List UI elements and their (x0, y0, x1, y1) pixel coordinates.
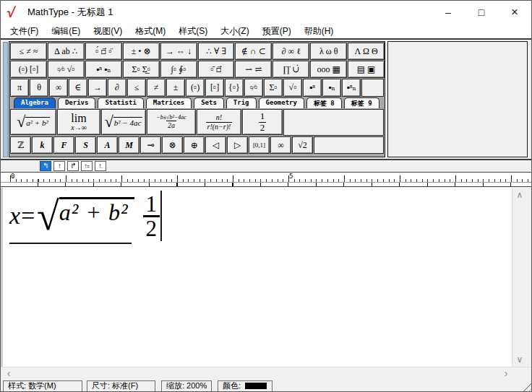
menu-format[interactable]: 格式(M) (129, 24, 172, 39)
template-one-half[interactable]: 1 2 (242, 109, 283, 135)
btn-subscript[interactable]: ▪ₙ (322, 79, 341, 97)
btn-multimap[interactable]: ⊸ (140, 136, 161, 154)
palette-embellishments[interactable]: ▫́ ▫⃗ ▫̈ (85, 43, 122, 60)
btn-parentheses[interactable]: (▫) (186, 79, 205, 97)
resize-grip[interactable] (520, 382, 531, 392)
palette-matrices[interactable]: ooo ▦ (310, 61, 347, 78)
btn-fraktur-m[interactable]: M (119, 136, 140, 154)
palette-logic[interactable]: ∴ ∀ ∃ (198, 43, 235, 60)
equation-edit-area[interactable]: x= √ a² + b² 1 2 (1, 188, 513, 367)
status-style[interactable]: 样式: 数学(M) (3, 380, 82, 392)
scroll-up-icon[interactable]: ∧ (512, 189, 527, 201)
menu-view[interactable]: 视图(V) (87, 24, 129, 39)
btn-element-of[interactable]: ∈ (69, 79, 87, 97)
btn-less-equal[interactable]: ≤ (127, 79, 146, 97)
template-combination[interactable]: n! r!(n−r)! (197, 109, 241, 135)
menu-style[interactable]: 样式(S) (172, 24, 214, 39)
palette-spacing[interactable]: ∆ ab ∴ (48, 43, 85, 60)
btn-theta[interactable]: θ (30, 79, 48, 97)
template-sqrt-b2-4ac[interactable]: √b² − 4ac (101, 109, 146, 135)
palette-relational[interactable]: ≤ ≠ ≈ (10, 43, 47, 60)
palette-labeled-arrows[interactable]: ⇀ ⇌ (235, 61, 272, 78)
palette-fences[interactable]: (▫) [▫] (10, 61, 47, 78)
tabstop-left[interactable]: ↰ (40, 161, 51, 171)
status-color[interactable]: 颜色: (218, 380, 273, 392)
btn-circled-times[interactable]: ⊗ (162, 136, 183, 154)
tabstop-decimal[interactable]: ↑. (95, 161, 106, 171)
close-button[interactable]: × (498, 1, 531, 24)
btn-not-equal[interactable]: ≠ (147, 79, 166, 97)
status-zoom[interactable]: 缩放: 200% (161, 380, 212, 392)
scroll-right-icon[interactable]: › (501, 367, 511, 379)
scroll-down-icon[interactable]: ∨ (512, 354, 527, 365)
btn-interval-01[interactable]: [0,1] (249, 136, 270, 154)
palette-products-unions[interactable]: ∏̇ ∪̇ (273, 61, 309, 78)
tab-8[interactable]: 标签 8 (306, 97, 342, 108)
horizontal-scrollbar[interactable]: ‹ › (1, 367, 531, 379)
palette-operators[interactable]: ± • ⊗ (123, 43, 160, 60)
menu-help[interactable]: 帮助(H) (298, 24, 340, 39)
ruler[interactable]: 0 5 (1, 172, 531, 187)
menu-size[interactable]: 大小(Z) (214, 24, 255, 39)
btn-circled-plus[interactable]: ⊕ (184, 136, 205, 154)
tab-matrices[interactable]: Matrices (146, 97, 192, 108)
tabstop-right[interactable]: ↱ (67, 161, 79, 171)
btn-infinity-2[interactable]: ∞ (270, 136, 291, 154)
btn-square-root[interactable]: √▫ (283, 79, 302, 97)
palette-arrows[interactable]: → ⇔ ↓ (160, 43, 197, 60)
equation-lhs: x= (9, 202, 35, 230)
tab-statistics[interactable]: Statisti (98, 97, 143, 108)
tab-trig[interactable]: Trig (226, 97, 257, 108)
btn-superscript[interactable]: ▪ⁿ (303, 79, 322, 97)
btn-sqrt-2[interactable]: √2 (292, 136, 313, 154)
status-size[interactable]: 尺寸: 标准(F) (87, 380, 155, 392)
vertical-scrollbar[interactable]: ∧ ∨ (512, 188, 527, 367)
tab-geometry[interactable]: Geometry (259, 97, 304, 108)
radicand: a² + b² (59, 197, 134, 226)
btn-infinity[interactable]: ∞ (49, 79, 68, 97)
btn-sub-superscript[interactable]: ▪ⁿₙ (342, 79, 361, 97)
palette-scripts[interactable]: ▪ⁿ ▪ₙ (85, 61, 122, 78)
btn-triangle-right[interactable]: ▷ (227, 136, 248, 154)
tab-9[interactable]: 标签 9 (344, 97, 379, 108)
palette-sums[interactable]: Σ▫ Σ̲▫ (123, 61, 160, 78)
palette-misc-symbols[interactable]: ∂ ∞ ℓ (273, 43, 309, 60)
btn-braces[interactable]: {▫} (225, 79, 244, 97)
btn-blackboard-z[interactable]: ℤ (10, 136, 31, 154)
btn-letter-f[interactable]: F (53, 136, 74, 154)
minimize-button[interactable]: – (432, 1, 465, 24)
menu-file[interactable]: 文件(F) (4, 24, 45, 39)
palette-fractions-radicals[interactable]: ▫⁄▫ √▫ (48, 61, 85, 78)
btn-triangle-left[interactable]: ◁ (205, 136, 226, 154)
palette-boxes[interactable]: ▤ ▣ (348, 61, 385, 78)
btn-letter-k[interactable]: k (32, 136, 53, 154)
tab-algebra[interactable]: Algebra (14, 97, 56, 108)
btn-plus-minus[interactable]: ± (166, 79, 185, 97)
btn-fraktur-a[interactable]: A (97, 136, 118, 154)
palette-overbars[interactable]: ▫̄ ▫⃗ (198, 61, 235, 78)
toolbar-grip[interactable] (3, 42, 8, 157)
btn-pi[interactable]: π (10, 79, 29, 97)
btn-fraction[interactable]: ▫⁄▫ (244, 79, 263, 97)
palette-integrals[interactable]: ∫▫ ∮▫ (160, 61, 197, 78)
tab-derivs[interactable]: Derivs (58, 97, 96, 108)
btn-letter-s[interactable]: S (75, 136, 96, 154)
template-sqrt-a2-b2[interactable]: √a² + b² (10, 109, 56, 135)
btn-brackets[interactable]: [▫] (205, 79, 224, 97)
tabstop-equal[interactable]: ↑= (81, 161, 93, 171)
palette-set-theory[interactable]: ∉ ∩ ⊂ (235, 43, 272, 60)
maximize-button[interactable]: □ (465, 1, 498, 24)
palette-greek-lower[interactable]: λ ω θ (310, 43, 347, 60)
btn-right-arrow[interactable]: → (88, 79, 107, 97)
btn-partial[interactable]: ∂ (108, 79, 126, 97)
scroll-left-icon[interactable]: ‹ (4, 367, 14, 379)
btn-summation[interactable]: Σ▫ (264, 79, 283, 97)
menu-preferences[interactable]: 预置(P) (256, 24, 298, 39)
sqrt-expression: √b² − 4ac (105, 114, 143, 130)
template-quadratic-formula[interactable]: −b±√b²−4ac 2a (147, 109, 196, 135)
menu-edit[interactable]: 编辑(E) (45, 24, 87, 39)
template-limit[interactable]: lim x→∞ (57, 109, 100, 135)
tabstop-center[interactable]: ↑ (53, 161, 65, 171)
palette-greek-upper[interactable]: Λ Ω Θ (348, 43, 385, 60)
tab-sets[interactable]: Sets (194, 97, 224, 108)
